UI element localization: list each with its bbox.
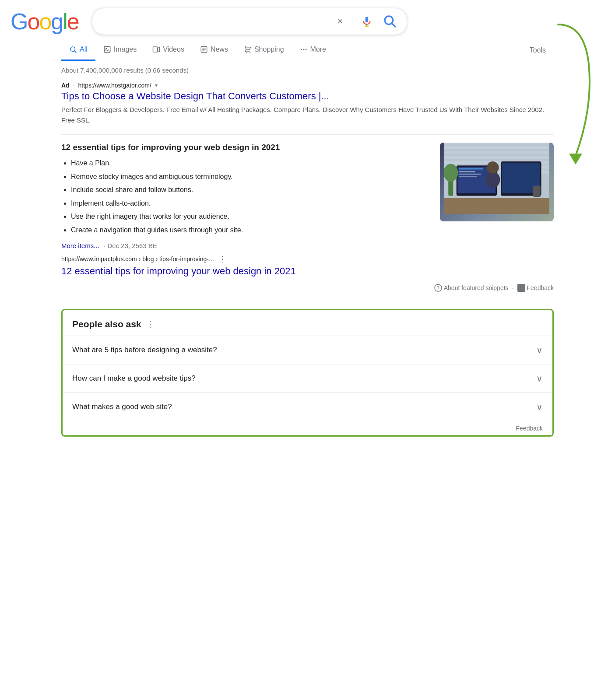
tab-more[interactable]: More bbox=[292, 39, 334, 61]
search-bar[interactable]: website tips × bbox=[92, 8, 407, 35]
list-item: Use the right imagery that works for you… bbox=[71, 211, 427, 222]
svg-point-18 bbox=[305, 49, 306, 50]
svg-rect-9 bbox=[153, 47, 158, 52]
svg-rect-35 bbox=[459, 176, 477, 177]
search-icon bbox=[383, 14, 397, 28]
snippet-more-row: More items... · Dec 23, 2563 BE bbox=[61, 242, 427, 250]
svg-rect-7 bbox=[104, 46, 110, 52]
nav-tabs: All Images Videos News Shopping bbox=[0, 39, 615, 61]
mic-button[interactable] bbox=[359, 14, 374, 29]
svg-rect-38 bbox=[533, 186, 541, 197]
svg-point-36 bbox=[485, 172, 500, 188]
tab-videos[interactable]: Videos bbox=[144, 39, 192, 61]
featured-snippet: 12 essential tips for improving your web… bbox=[61, 143, 554, 292]
divider-2 bbox=[61, 300, 554, 300]
list-item: Include social share and follow buttons. bbox=[71, 184, 427, 196]
clear-button[interactable]: × bbox=[336, 14, 345, 29]
divider-line bbox=[352, 15, 352, 28]
search-button[interactable] bbox=[381, 13, 399, 30]
tab-images[interactable]: Images bbox=[95, 39, 144, 61]
snippet-text-content: 12 essential tips for improving your web… bbox=[61, 143, 427, 250]
featured-snippet-content: 12 essential tips for improving your web… bbox=[61, 143, 554, 250]
svg-rect-23 bbox=[444, 156, 549, 159]
paa-question-1: How can I make a good website tips? bbox=[72, 374, 196, 383]
search-input[interactable]: website tips bbox=[100, 16, 331, 27]
paa-header: People also ask ⋮ bbox=[63, 310, 552, 336]
feedback-bottom[interactable]: Feedback bbox=[63, 421, 552, 435]
svg-rect-32 bbox=[459, 168, 483, 170]
header: Google website tips × bbox=[0, 0, 615, 39]
paa-chevron-1: ∨ bbox=[536, 373, 543, 384]
svg-rect-20 bbox=[444, 143, 549, 144]
paa-question-2: What makes a good web site? bbox=[72, 402, 172, 411]
svg-point-14 bbox=[246, 52, 247, 53]
shopping-icon bbox=[244, 46, 252, 53]
svg-rect-21 bbox=[444, 146, 549, 149]
question-icon: ? bbox=[434, 284, 442, 292]
svg-point-16 bbox=[301, 49, 302, 50]
source-menu-icon[interactable]: ⋮ bbox=[218, 254, 226, 264]
google-logo: Google bbox=[11, 8, 79, 35]
paa-chevron-0: ∨ bbox=[536, 345, 543, 355]
tab-shopping[interactable]: Shopping bbox=[236, 39, 292, 61]
feedback-icon: ! bbox=[517, 284, 525, 292]
tools-button[interactable]: Tools bbox=[522, 40, 554, 60]
paa-item-1[interactable]: How can I make a good website tips? ∨ bbox=[63, 364, 552, 393]
results-count: About 7,400,000,000 results (0.66 second… bbox=[61, 66, 554, 74]
svg-line-4 bbox=[392, 24, 395, 27]
people-also-ask-section: People also ask ⋮ What are 5 tips before… bbox=[61, 309, 554, 437]
ad-url: https://www.hostgator.com/ bbox=[78, 82, 151, 89]
paa-menu-icon[interactable]: ⋮ bbox=[146, 319, 155, 329]
svg-point-37 bbox=[487, 161, 499, 174]
more-items-link[interactable]: More items... bbox=[61, 242, 99, 249]
ad-dropdown-icon[interactable]: ▾ bbox=[155, 82, 158, 88]
ad-block: Ad · https://www.hostgator.com/ ▾ Tips t… bbox=[61, 82, 554, 126]
ad-title[interactable]: Tips to Choose a Website Design That Con… bbox=[61, 91, 554, 102]
paa-question-0: What are 5 tips before designing a websi… bbox=[72, 346, 217, 354]
list-item: Have a Plan. bbox=[71, 158, 427, 169]
snippet-date: · Dec 23, 2563 BE bbox=[104, 242, 157, 249]
snippet-image-inner bbox=[440, 143, 554, 221]
images-icon bbox=[103, 46, 111, 53]
about-snippets[interactable]: ? About featured snippets bbox=[434, 284, 509, 292]
ad-description: Perfect For Bloggers & Developers. Free … bbox=[61, 105, 554, 126]
search-bar-icons: × bbox=[336, 13, 399, 30]
mic-icon bbox=[361, 16, 373, 27]
results-wrapper: 12 essential tips for improving your web… bbox=[61, 143, 554, 437]
paa-item-2[interactable]: What makes a good web site? ∨ bbox=[63, 393, 552, 421]
svg-text:?: ? bbox=[437, 286, 439, 290]
svg-rect-0 bbox=[365, 17, 368, 22]
tab-news[interactable]: News bbox=[192, 39, 236, 61]
list-item: Implement calls-to-action. bbox=[71, 198, 427, 209]
videos-icon bbox=[152, 46, 160, 53]
source-url: https://www.impactplus.com › blog › tips… bbox=[61, 256, 214, 262]
list-item: Remove stocky images and ambiguous termi… bbox=[71, 171, 427, 182]
snippet-title: 12 essential tips for improving your web… bbox=[61, 143, 427, 152]
news-icon bbox=[200, 46, 208, 53]
divider bbox=[61, 134, 554, 135]
results-area: About 7,400,000,000 results (0.66 second… bbox=[0, 61, 615, 445]
svg-rect-27 bbox=[444, 198, 549, 214]
all-icon bbox=[69, 46, 77, 53]
svg-point-15 bbox=[250, 52, 250, 53]
result-title[interactable]: 12 essential tips for improving your web… bbox=[61, 266, 296, 276]
svg-point-17 bbox=[303, 49, 304, 50]
feedback-button[interactable]: ! Feedback bbox=[517, 284, 554, 292]
svg-line-6 bbox=[74, 51, 76, 52]
paa-title: People also ask bbox=[72, 319, 141, 329]
svg-point-8 bbox=[105, 48, 107, 49]
paa-chevron-2: ∨ bbox=[536, 402, 543, 412]
footer-separator: · bbox=[512, 284, 514, 291]
paa-item-0[interactable]: What are 5 tips before designing a websi… bbox=[63, 336, 552, 364]
svg-rect-34 bbox=[459, 174, 481, 175]
more-icon bbox=[300, 46, 308, 53]
tab-all[interactable]: All bbox=[61, 39, 95, 61]
svg-rect-22 bbox=[444, 151, 549, 154]
svg-marker-43 bbox=[569, 154, 582, 164]
list-item: Create a navigation that guides users th… bbox=[71, 224, 427, 236]
snippet-image-svg bbox=[444, 143, 549, 217]
ad-label-row: Ad · https://www.hostgator.com/ ▾ bbox=[61, 82, 554, 89]
ad-separator: · bbox=[73, 82, 75, 89]
snippet-image bbox=[440, 143, 554, 221]
snippet-list: Have a Plan. Remove stocky images and am… bbox=[61, 158, 427, 236]
